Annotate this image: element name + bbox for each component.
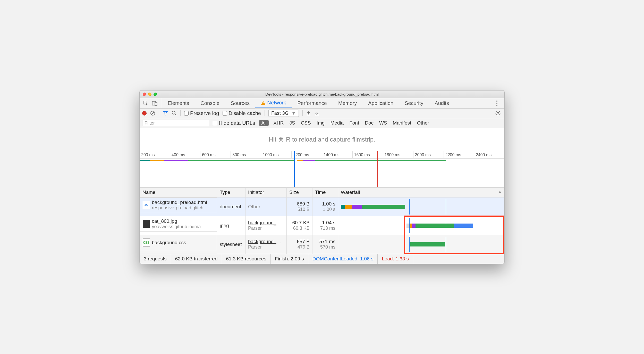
request-row[interactable]: <>background_preload.htmlresponsive-prel… [140, 197, 504, 216]
request-size: 689 B510 B [287, 197, 312, 216]
preserve-log-label: Preserve log [190, 110, 219, 116]
overview-timeline[interactable]: 200 ms400 ms600 ms800 ms1000 ms1200 ms14… [140, 151, 504, 187]
status-dcl: DOMContentLoaded: 1.06 s [308, 254, 378, 264]
preserve-log-checkbox[interactable]: Preserve log [184, 110, 219, 116]
filter-type-manifest[interactable]: Manifest [391, 120, 413, 126]
titlebar: DevTools - responsive-preload.glitch.me/… [140, 90, 504, 98]
settings-gear-icon[interactable] [495, 110, 502, 116]
warning-icon [261, 101, 266, 105]
request-size: 60.7 KB60.3 KB [287, 216, 312, 235]
tab-network[interactable]: Network [255, 98, 292, 108]
tab-security[interactable]: Security [399, 98, 429, 108]
request-type: jpeg [217, 216, 245, 235]
tab-elements[interactable]: Elements [162, 98, 195, 108]
svg-rect-2 [155, 102, 157, 105]
overview-tick: 1800 ms [383, 151, 413, 158]
request-origin: responsive-preload.glitch… [152, 205, 208, 211]
tab-performance[interactable]: Performance [292, 98, 333, 108]
throttling-select[interactable]: Fast 3G ▼ [268, 110, 299, 117]
col-type[interactable]: Type [217, 187, 245, 197]
filter-input[interactable] [142, 120, 209, 126]
main-tabs: ElementsConsoleSourcesNetworkPerformance… [140, 98, 504, 109]
disable-cache-label: Disable cache [228, 110, 261, 116]
request-initiator[interactable]: background_pr…Parser [245, 216, 287, 235]
tab-console[interactable]: Console [195, 98, 225, 108]
tab-audits[interactable]: Audits [429, 98, 455, 108]
request-origin: yoavweiss.github.io/ima… [152, 224, 206, 229]
filter-type-doc[interactable]: Doc [363, 120, 375, 126]
request-size: 657 B479 B [287, 235, 312, 254]
request-row[interactable]: CSSbackground.cssstylesheetbackground_pr… [140, 235, 504, 254]
file-img-icon [143, 220, 150, 228]
minimize-window-button[interactable] [148, 93, 151, 96]
throttling-value: Fast 3G [271, 110, 289, 116]
record-button[interactable] [142, 111, 147, 116]
svg-point-12 [497, 112, 499, 114]
filter-type-xhr[interactable]: XHR [272, 120, 285, 126]
overview-tick: 1400 ms [322, 151, 352, 158]
download-har-icon[interactable] [315, 111, 319, 116]
svg-point-5 [496, 101, 497, 102]
overview-tick: 600 ms [200, 151, 231, 158]
devtools-window: DevTools - responsive-preload.glitch.me/… [139, 90, 505, 264]
tab-sources[interactable]: Sources [225, 98, 255, 108]
svg-line-11 [175, 114, 176, 115]
request-time: 1.00 s1.00 s [312, 197, 338, 216]
disable-cache-checkbox[interactable]: Disable cache [223, 110, 261, 116]
svg-line-9 [151, 112, 154, 114]
filter-icon[interactable] [163, 111, 168, 116]
request-waterfall [338, 197, 504, 216]
request-row[interactable]: cat_800.jpgyoavweiss.github.io/ima…jpegb… [140, 216, 504, 235]
filter-type-other[interactable]: Other [415, 120, 431, 126]
clear-icon[interactable] [150, 111, 155, 116]
close-window-button[interactable] [143, 93, 146, 96]
request-time: 571 ms570 ms [312, 235, 338, 254]
filter-type-media[interactable]: Media [329, 120, 345, 126]
overview-tick: 1600 ms [352, 151, 383, 158]
zoom-window-button[interactable] [154, 93, 157, 96]
svg-point-7 [496, 105, 497, 106]
filter-type-font[interactable]: Font [348, 120, 361, 126]
network-toolbar: Preserve log Disable cache Fast 3G ▼ [140, 109, 504, 118]
status-load: Load: 1.63 s [378, 254, 413, 264]
status-transferred: 62.0 KB transferred [171, 254, 222, 264]
toggle-device-icon[interactable] [152, 101, 158, 106]
request-name: background_preload.html [152, 200, 207, 205]
tab-application[interactable]: Application [362, 98, 399, 108]
filmstrip-hint: Hit ⌘ R to reload and capture filmstrip. [140, 128, 504, 151]
col-name[interactable]: Name [140, 187, 217, 197]
hide-data-urls-checkbox[interactable]: Hide data URLs [213, 120, 255, 126]
filter-type-all[interactable]: All [259, 120, 269, 126]
search-icon[interactable] [172, 111, 177, 116]
status-requests: 3 requests [140, 254, 171, 264]
tab-memory[interactable]: Memory [333, 98, 362, 108]
upload-har-icon[interactable] [306, 111, 311, 116]
overview-tick: 800 ms [231, 151, 261, 158]
hide-data-urls-label: Hide data URLs [219, 120, 255, 126]
request-initiator[interactable]: Other [245, 197, 287, 216]
svg-point-6 [496, 103, 497, 104]
chevron-down-icon: ▼ [291, 110, 296, 116]
col-waterfall[interactable]: Waterfall [338, 187, 504, 197]
filter-type-img[interactable]: Img [315, 120, 326, 126]
filter-type-css[interactable]: CSS [299, 120, 312, 126]
filter-bar: Hide data URLs AllXHRJSCSSImgMediaFontDo… [140, 118, 504, 128]
filter-type-js[interactable]: JS [288, 120, 296, 126]
col-initiator[interactable]: Initiator [245, 187, 287, 197]
request-type: document [217, 197, 245, 216]
inspect-element-icon[interactable] [143, 101, 148, 106]
table-header-row: Name Type Initiator Size Time Waterfall [140, 187, 504, 197]
col-size[interactable]: Size [287, 187, 312, 197]
filter-type-ws[interactable]: WS [378, 120, 389, 126]
request-name: background.css [152, 240, 186, 245]
svg-rect-3 [263, 102, 264, 103]
col-time[interactable]: Time [312, 187, 338, 197]
request-initiator[interactable]: background_pr…Parser [245, 235, 287, 254]
overview-tick: 200 ms [140, 151, 170, 158]
overview-tick: 1200 ms [291, 151, 322, 158]
request-time: 1.04 s713 ms [312, 216, 338, 235]
more-options-icon[interactable] [492, 98, 502, 108]
status-bar: 3 requests 62.0 KB transferred 61.3 KB r… [140, 254, 504, 264]
overview-tick: 1000 ms [261, 151, 291, 158]
request-waterfall [338, 216, 504, 235]
